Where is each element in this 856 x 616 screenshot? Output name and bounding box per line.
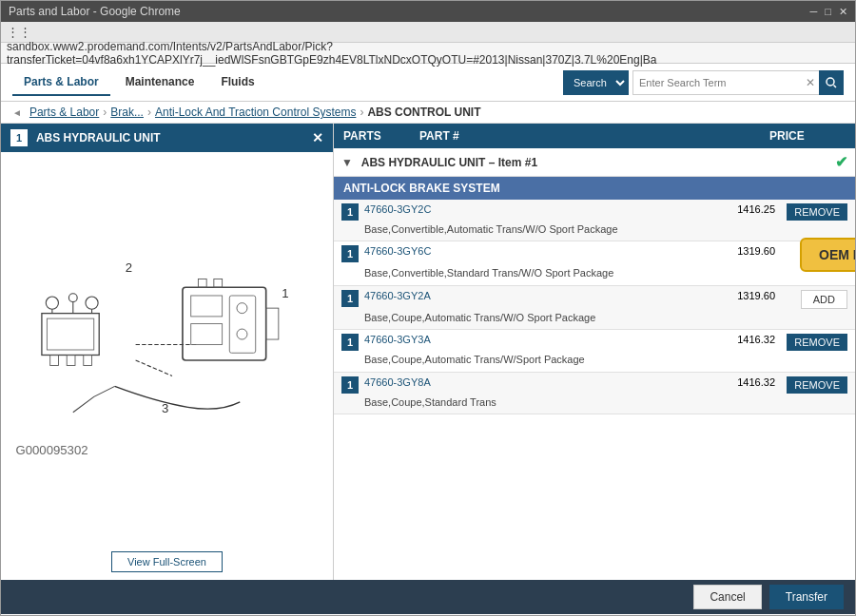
tab-parts-labor[interactable]: Parts & Labor [12,69,110,96]
part-number-link[interactable]: 47660-3GY2A [364,290,712,301]
col-header-parts: PARTS [343,129,419,143]
part-action: ADD [781,290,847,309]
part-description: Base,Coupe,Standard Trans [341,395,847,410]
tab-maintenance[interactable]: Maintenance [114,69,206,96]
part-qty-badge: 1 [341,290,359,307]
svg-rect-15 [84,355,92,365]
part-action: REMOVE [781,334,847,351]
svg-point-23 [237,329,247,339]
section-toggle-icon[interactable]: ▼ [341,156,353,169]
search-clear-icon[interactable]: ✕ [806,76,815,89]
part-number-link[interactable]: 47660-3GY8A [364,376,712,388]
part-price: 1319.60 [718,290,775,301]
part-qty-badge: 1 [341,334,359,351]
part-qty-badge: 1 [341,376,359,394]
section-check-icon: ✔ [835,153,847,171]
url-bar: sandbox.www2.prodemand.com/Intents/v2/Pa… [1,43,855,64]
view-fullscreen-button[interactable]: View Full-Screen [111,551,223,572]
remove-button[interactable]: REMOVE [787,376,847,394]
title-bar: Parts and Labor - Google Chrome ─ □ ✕ [1,1,855,22]
svg-line-1 [834,85,837,87]
part-price: 1416.32 [718,334,775,345]
part-action: REMOVE [781,203,847,221]
col-header-oem [572,129,769,143]
url-text: sandbox.www2.prodemand.com/Intents/v2/Pa… [7,40,849,67]
part-qty-badge: 1 [341,245,359,262]
parts-list: ▼ ABS HYDRAULIC UNIT – Item #1 ✔ ANTI-LO… [334,148,855,580]
window-title: Parts and Labor - Google Chrome [9,5,810,18]
main-content: 1 ABS HYDRAULIC UNIT ✕ 2 1 3 [1,124,855,580]
remove-button[interactable]: REMOVE [787,203,847,221]
col-header-price: PRICE [769,129,846,143]
antilock-header: ANTI-LOCK BRAKE SYSTEM [334,177,855,200]
svg-line-17 [136,360,172,375]
svg-rect-25 [214,279,223,287]
search-button[interactable] [819,70,844,95]
part-price: 1416.32 [718,376,775,388]
part-description: Base,Coupe,Automatic Trans/W/O Sport Pac… [341,311,847,325]
main-navigation: Parts & Labor Maintenance Fluids Search … [1,64,855,102]
window-controls: ─ □ ✕ [810,6,847,18]
table-row: 1 47660-3GY2C 1416.25 REMOVE Base,Conver… [334,200,855,241]
col-header-partnum: PART # [419,129,572,143]
remove-button[interactable]: REMOVE [787,334,847,351]
part-diagram-container: 2 1 3 [1,152,333,548]
maximize-button[interactable]: □ [825,6,831,18]
left-panel-close-icon[interactable]: ✕ [312,130,323,145]
part-description: Base,Convertible,Standard Trans/W/O Spor… [341,266,847,280]
tab-fluids[interactable]: Fluids [209,69,265,96]
svg-rect-20 [191,324,223,345]
left-panel: 1 ABS HYDRAULIC UNIT ✕ 2 1 3 [1,124,334,580]
breadcrumb: ◄ Parts & Labor › Brak... › Anti-Lock An… [1,102,855,124]
svg-rect-26 [266,308,279,339]
svg-text:G000095302: G000095302 [15,443,88,457]
svg-rect-21 [229,296,255,353]
part-diagram-svg: 2 1 3 [10,162,323,538]
left-panel-title: ABS HYDRAULIC UNIT [36,131,161,144]
part-price: 1416.25 [718,203,775,215]
svg-point-22 [237,303,247,314]
section-header: ▼ ABS HYDRAULIC UNIT – Item #1 ✔ [334,148,855,177]
svg-rect-24 [198,279,206,287]
search-icon [826,77,837,88]
search-input[interactable] [632,70,823,95]
antilock-title: ANTI-LOCK BRAKE SYSTEM [343,182,500,195]
transfer-button[interactable]: Transfer [769,585,844,609]
column-headers: PARTS PART # PRICE [334,124,855,148]
part-number-link[interactable]: 47660-3GY2C [364,203,712,215]
breadcrumb-brak[interactable]: Brak... [110,106,144,119]
minimize-button[interactable]: ─ [810,6,818,18]
tooltip-text: OEM Part Number [800,238,855,272]
breadcrumb-antilock[interactable]: Anti-Lock And Traction Control Systems [155,106,356,119]
svg-point-7 [46,297,58,309]
menu-icon: ⋮⋮ [7,25,31,39]
svg-point-8 [68,294,77,302]
breadcrumb-back-icon[interactable]: ◄ [12,107,22,118]
svg-point-9 [86,297,98,309]
table-row: 1 47660-3GY3A 1416.32 REMOVE Base,Coupe,… [334,330,855,372]
add-button[interactable]: ADD [801,290,847,309]
search-type-select[interactable]: Search [563,70,629,95]
svg-text:1: 1 [282,286,288,300]
search-area: Search ✕ [563,70,844,95]
svg-rect-14 [67,355,75,365]
svg-rect-6 [47,318,93,350]
svg-rect-19 [191,296,223,317]
table-row: 1 47660-3GY2A 1319.60 ADD Base,Coupe,Aut… [334,286,855,330]
part-description: Base,Convertible,Automatic Trans/W/O Spo… [341,222,847,237]
close-button[interactable]: ✕ [839,6,847,18]
breadcrumb-current: ABS CONTROL UNIT [367,106,480,119]
cancel-button[interactable]: Cancel [693,585,761,609]
part-number-link[interactable]: 47660-3GY6C [364,245,712,257]
part-price: 1319.60 [718,245,775,257]
part-number-link[interactable]: 47660-3GY3A [364,334,712,345]
svg-point-0 [827,78,834,86]
oem-tooltip: OEM Part Number [800,238,855,287]
part-action: REMOVE [781,376,847,394]
breadcrumb-parts-labor[interactable]: Parts & Labor [29,106,99,119]
right-panel: OEM Part Number PARTS PART # PRICE ▼ ABS… [334,124,855,580]
part-number-badge: 1 [10,129,28,146]
left-panel-header: 1 ABS HYDRAULIC UNIT ✕ [1,124,333,152]
part-description: Base,Coupe,Automatic Trans/W/Sport Packa… [341,353,847,367]
section-title: ABS HYDRAULIC UNIT – Item #1 [361,156,537,169]
